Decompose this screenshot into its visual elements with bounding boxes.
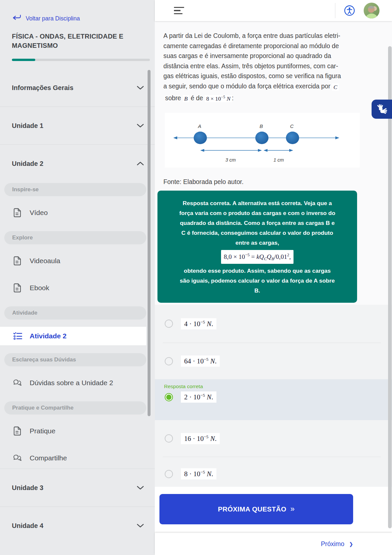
sidebar-section-informacoes-gerais[interactable]: Informações Gerais [0, 69, 155, 107]
pagination-footer: Próximo ❯ [155, 533, 392, 555]
chevron-up-icon [137, 162, 144, 166]
course-nav: Informações GeraisUnidade 1Unidade 2Insp… [0, 69, 155, 544]
next-question-button[interactable]: PRÓXIMA QUESTÃO » [159, 494, 353, 524]
figure-label-a: A [198, 123, 201, 129]
feedback-line: C é fornecida, conseguimos calcular o va… [169, 228, 346, 238]
figure-distance-bc: 1 cm [273, 157, 284, 163]
inline-math: 8 × 10−5 N [205, 95, 232, 102]
sidebar-item-videoaula[interactable]: Videoaula [0, 250, 155, 271]
radio-selected[interactable] [165, 393, 173, 401]
sidebar-section-label: Unidade 2 [12, 160, 43, 168]
sidebar-item-label: Compartilhe [30, 454, 67, 462]
question-line: suas cargas e é inversamente proporciona… [163, 51, 374, 61]
option-math-value[interactable]: 16 · 10−5 N. [181, 433, 220, 444]
radio-unselected[interactable] [165, 320, 173, 328]
sign-language-hands-icon[interactable] [372, 100, 392, 119]
sidebar-group-label: Esclareça suas Dúvidas [12, 356, 76, 363]
answer-option-row: 8 · 10−5 N. [155, 457, 392, 491]
return-arrow-icon [12, 15, 21, 22]
document-icon [13, 208, 22, 217]
double-chevron-right-icon: » [290, 505, 294, 513]
sidebar-section-unidade-4[interactable]: Unidade 4 [0, 507, 155, 544]
sidebar-section-label: Informações Gerais [12, 84, 73, 92]
sidebar-group-label: Atividade [12, 310, 38, 316]
back-to-course-label: Voltar para Disciplina [26, 15, 80, 22]
answer-option-row: 64 · 10−5 N. [155, 343, 392, 379]
sidebar-item-duvidas-sobre-a-unidade-2[interactable]: Dúvidas sobre a Unidade 2 [0, 372, 155, 393]
answer-option-row: Resposta correta2 · 10−5 N. [155, 379, 392, 420]
sidebar-item-label: Videoaula [30, 257, 60, 265]
answer-option-row: 4 · 10−5 N. [155, 305, 392, 343]
chevron-down-icon [137, 124, 144, 128]
feedback-line: força varia com o produto das cargas e c… [169, 208, 346, 218]
feedback-line: são iguais, podemos calcular o valor da … [169, 276, 346, 286]
top-header [155, 0, 392, 21]
question-line: camente carregadas é diretamente proporc… [163, 41, 374, 51]
checklist-icon [13, 331, 22, 341]
sidebar-item-compartilhe[interactable]: Compartilhe [0, 447, 155, 469]
feedback-line: B. [169, 286, 346, 295]
sidebar-group-pill-explore: Explore [4, 231, 146, 244]
course-title: FÍSICA - ONDAS, ELETRICIDADE E MAGNETISM… [12, 32, 145, 50]
sidebar-item-label: Atividade 2 [30, 332, 67, 340]
correct-answer-label: Resposta correta [164, 384, 392, 389]
feedback-line: quadrado da distância. Como a força entr… [169, 218, 346, 228]
option-math-value[interactable]: 64 · 10−5 N. [181, 355, 220, 367]
radio-unselected[interactable] [165, 434, 173, 443]
chevron-down-icon [137, 486, 144, 490]
next-page-label: Próximo [321, 540, 345, 548]
sidebar-item-label: Ebook [30, 284, 49, 292]
action-area: PRÓXIMA QUESTÃO » [155, 487, 392, 533]
question-figure: A B C 3 cm 1 cm [165, 113, 360, 168]
option-math-value[interactable]: 4 · 10−5 N. [181, 318, 216, 329]
sidebar-group-pill-atividade: Atividade [4, 306, 146, 320]
sidebar-item-video[interactable]: Vídeo [0, 202, 155, 223]
chevron-right-icon: ❯ [349, 541, 353, 547]
sidebar-section-label: Unidade 1 [12, 122, 43, 130]
sidebar-scrollbar-thumb[interactable] [148, 70, 151, 416]
sidebar-group-label: Pratique e Compartilhe [12, 405, 73, 411]
radio-unselected[interactable] [165, 357, 173, 365]
question-line: A partir da Lei de Coulomb, a força entr… [163, 31, 374, 41]
feedback-line: obtendo esse produto. Assim, sabendo que… [169, 266, 346, 276]
next-page-link[interactable]: Próximo ❯ [321, 540, 353, 548]
accessibility-person-icon[interactable] [344, 5, 355, 16]
inline-math: B [183, 95, 189, 102]
sidebar-group-label: Explore [12, 234, 33, 241]
answer-options: 4 · 10−5 N.64 · 10−5 N.Resposta correta2… [155, 305, 392, 487]
sidebar-group-pill-pratique-e-compartilhe: Pratique e Compartilhe [4, 401, 146, 415]
figure-caption: Fonte: Elaborada pelo autor. [163, 178, 243, 186]
option-math-value[interactable]: 2 · 10−5 N. [181, 391, 216, 403]
main-content: A partir da Lei de Coulomb, a força entr… [155, 0, 392, 555]
sidebar-group-label: Inspire-se [12, 186, 39, 193]
sidebar-item-label: Pratique [30, 427, 55, 435]
sidebar-item-atividade-2[interactable]: Atividade 2 [0, 327, 146, 345]
figure-label-c: C [290, 123, 294, 129]
user-avatar[interactable] [364, 3, 379, 18]
sidebar-section-label: Unidade 4 [12, 522, 43, 530]
course-sidebar: Voltar para Disciplina FÍSICA - ONDAS, E… [0, 0, 155, 555]
figure-distance-ab: 3 cm [225, 157, 236, 163]
radio-unselected[interactable] [165, 470, 173, 478]
feedback-formula: 8,0 × 10−5 = kQCQB/0,012, [221, 250, 294, 264]
feedback-box: Resposta correta. A alternativa está cor… [157, 191, 357, 303]
back-to-course-link[interactable]: Voltar para Disciplina [12, 15, 155, 22]
sidebar-section-unidade-2[interactable]: Unidade 2 [0, 144, 155, 182]
sidebar-section-unidade-1[interactable]: Unidade 1 [0, 107, 155, 144]
question-line: gas elétricas iguais, estão dispostos, c… [163, 71, 374, 81]
sidebar-section-unidade-3[interactable]: Unidade 3 [0, 469, 155, 507]
question-line: distância entre elas. Assim, três objeto… [163, 61, 374, 72]
document-icon [13, 426, 22, 436]
sidebar-item-pratique[interactable]: Pratique [0, 420, 155, 442]
sidebar-section-label: Unidade 3 [12, 484, 43, 492]
option-math-value[interactable]: 8 · 10−5 N. [181, 468, 216, 479]
chat-icon [13, 378, 22, 387]
sidebar-group-pill-inspire-se: Inspire-se [4, 183, 146, 196]
next-question-label: PRÓXIMA QUESTÃO [218, 505, 286, 513]
question-text: A partir da Lei de Coulomb, a força entr… [163, 31, 374, 102]
document-icon [13, 283, 22, 293]
sidebar-item-ebook[interactable]: Ebook [0, 277, 155, 298]
sidebar-item-label: Dúvidas sobre a Unidade 2 [30, 379, 113, 387]
hamburger-menu-icon[interactable] [174, 7, 184, 15]
sidebar-group-pill-esclareca-suas-duvidas: Esclareça suas Dúvidas [4, 353, 146, 366]
